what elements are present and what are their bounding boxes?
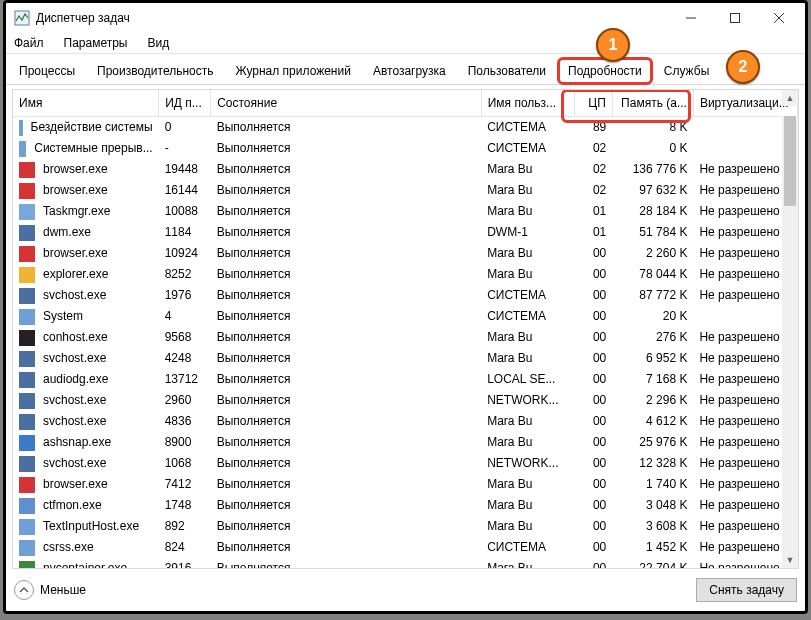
col-header-name[interactable]: Имя — [13, 90, 159, 117]
tab-app-history[interactable]: Журнал приложений — [225, 57, 362, 84]
end-task-button[interactable]: Снять задачу — [696, 578, 797, 602]
menu-view[interactable]: Вид — [143, 35, 173, 51]
cell-mem: 87 772 K — [612, 285, 693, 306]
cell-cpu: 00 — [575, 474, 612, 495]
cell-cpu: 02 — [575, 138, 612, 159]
process-icon — [19, 204, 35, 220]
table-row[interactable]: dwm.exe1184ВыполняетсяDWM-10151 784 KНе … — [13, 222, 798, 243]
titlebar: Диспетчер задач — [6, 3, 805, 33]
scroll-up-button[interactable]: ▲ — [782, 90, 798, 106]
cell-user: NETWORK... — [481, 390, 575, 411]
fewer-details-toggle[interactable]: Меньше — [14, 580, 86, 600]
cell-state: Выполняется — [211, 390, 482, 411]
cell-user: Mara Bu — [481, 474, 575, 495]
col-header-pid[interactable]: ИД п... — [159, 90, 211, 117]
table-row[interactable]: browser.exe7412ВыполняетсяMara Bu001 740… — [13, 474, 798, 495]
cell-cpu: 00 — [575, 264, 612, 285]
cell-user: Mara Bu — [481, 327, 575, 348]
close-button[interactable] — [757, 4, 801, 32]
table-row[interactable]: svchost.exe4836ВыполняетсяMara Bu004 612… — [13, 411, 798, 432]
cell-user: NETWORK... — [481, 453, 575, 474]
cell-mem: 3 048 K — [612, 495, 693, 516]
table-header-row: Имя ИД п... Состояние Имя польз... ЦП Па… — [13, 90, 798, 117]
table-row[interactable]: browser.exe19448ВыполняетсяMara Bu02136 … — [13, 159, 798, 180]
cell-user: СИСТЕМА — [481, 138, 575, 159]
col-header-user[interactable]: Имя польз... — [481, 90, 575, 117]
table-row[interactable]: svchost.exe1976ВыполняетсяСИСТЕМА0087 77… — [13, 285, 798, 306]
cell-cpu: 00 — [575, 495, 612, 516]
process-icon — [19, 519, 35, 535]
cell-pid: 10924 — [159, 243, 211, 264]
table-row[interactable]: conhost.exe9568ВыполняетсяMara Bu00276 K… — [13, 327, 798, 348]
table-row[interactable]: svchost.exe1068ВыполняетсяNETWORK...0012… — [13, 453, 798, 474]
cell-state: Выполняется — [211, 180, 482, 201]
cell-mem: 4 612 K — [612, 411, 693, 432]
cell-name: ashsnap.exe — [13, 432, 159, 453]
scroll-down-button[interactable]: ▼ — [782, 552, 798, 568]
tab-details[interactable]: Подробности — [557, 57, 653, 85]
cell-state: Выполняется — [211, 159, 482, 180]
table-row[interactable]: explorer.exe8252ВыполняетсяMara Bu0078 0… — [13, 264, 798, 285]
table-row[interactable]: browser.exe10924ВыполняетсяMara Bu002 26… — [13, 243, 798, 264]
table-row[interactable]: audiodg.exe13712ВыполняетсяLOCAL SE...00… — [13, 369, 798, 390]
cell-name: Taskmgr.exe — [13, 201, 159, 222]
tab-users[interactable]: Пользователи — [457, 57, 557, 84]
menubar: Файл Параметры Вид — [6, 33, 805, 53]
table-row[interactable]: csrss.exe824ВыполняетсяСИСТЕМА001 452 KН… — [13, 537, 798, 558]
window-title: Диспетчер задач — [36, 11, 130, 25]
table-row[interactable]: svchost.exe2960ВыполняетсяNETWORK...002 … — [13, 390, 798, 411]
process-icon — [19, 351, 35, 367]
cell-name: nvcontainer.exe — [13, 558, 159, 568]
cell-mem: 3 608 K — [612, 516, 693, 537]
cell-name: csrss.exe — [13, 537, 159, 558]
window: Диспетчер задач Файл Параметры Вид Проце… — [3, 0, 808, 614]
menu-file[interactable]: Файл — [10, 35, 48, 51]
process-icon — [19, 309, 35, 325]
scroll-thumb[interactable] — [784, 116, 796, 206]
process-icon — [19, 456, 35, 472]
table-row[interactable]: Системные прерыв...-ВыполняетсяСИСТЕМА02… — [13, 138, 798, 159]
table-row[interactable]: svchost.exe4248ВыполняетсяMara Bu006 952… — [13, 348, 798, 369]
cell-cpu: 00 — [575, 453, 612, 474]
cell-user: Mara Bu — [481, 201, 575, 222]
table-row[interactable]: ashsnap.exe8900ВыполняетсяMara Bu0025 97… — [13, 432, 798, 453]
col-header-cpu[interactable]: ЦП — [575, 90, 612, 117]
process-icon — [19, 498, 35, 514]
process-icon — [19, 120, 23, 136]
menu-options[interactable]: Параметры — [60, 35, 132, 51]
cell-state: Выполняется — [211, 495, 482, 516]
cell-mem: 6 952 K — [612, 348, 693, 369]
cell-state: Выполняется — [211, 264, 482, 285]
cell-pid: 4248 — [159, 348, 211, 369]
table-row[interactable]: TextInputHost.exe892ВыполняетсяMara Bu00… — [13, 516, 798, 537]
cell-name: svchost.exe — [13, 285, 159, 306]
table-row[interactable]: Taskmgr.exe10088ВыполняетсяMara Bu0128 1… — [13, 201, 798, 222]
col-header-state[interactable]: Состояние — [211, 90, 482, 117]
cell-cpu: 00 — [575, 516, 612, 537]
badge-step-1: 1 — [596, 28, 630, 62]
table-row[interactable]: ctfmon.exe1748ВыполняетсяMara Bu003 048 … — [13, 495, 798, 516]
cell-pid: 16144 — [159, 180, 211, 201]
tab-services[interactable]: Службы — [653, 57, 720, 84]
maximize-button[interactable] — [713, 4, 757, 32]
table-row[interactable]: System4ВыполняетсяСИСТЕМА0020 K — [13, 306, 798, 327]
table-row[interactable]: browser.exe16144ВыполняетсяMara Bu0297 6… — [13, 180, 798, 201]
minimize-button[interactable] — [669, 4, 713, 32]
tab-processes[interactable]: Процессы — [8, 57, 86, 84]
cell-state: Выполняется — [211, 558, 482, 568]
tab-performance[interactable]: Производительность — [86, 57, 224, 84]
cell-name: svchost.exe — [13, 390, 159, 411]
cell-name: ctfmon.exe — [13, 495, 159, 516]
cell-name: svchost.exe — [13, 453, 159, 474]
cell-pid: 824 — [159, 537, 211, 558]
cell-mem: 2 296 K — [612, 390, 693, 411]
cell-user: Mara Bu — [481, 411, 575, 432]
table-row[interactable]: nvcontainer.exe3916ВыполняетсяMara Bu002… — [13, 558, 798, 568]
cell-pid: 13712 — [159, 369, 211, 390]
tab-startup[interactable]: Автозагрузка — [362, 57, 457, 84]
vertical-scrollbar[interactable] — [782, 116, 798, 568]
col-header-mem[interactable]: Память (а... — [612, 90, 693, 117]
svg-rect-2 — [731, 14, 740, 23]
process-icon — [19, 414, 35, 430]
table-row[interactable]: Бездействие системы0ВыполняетсяСИСТЕМА89… — [13, 117, 798, 139]
